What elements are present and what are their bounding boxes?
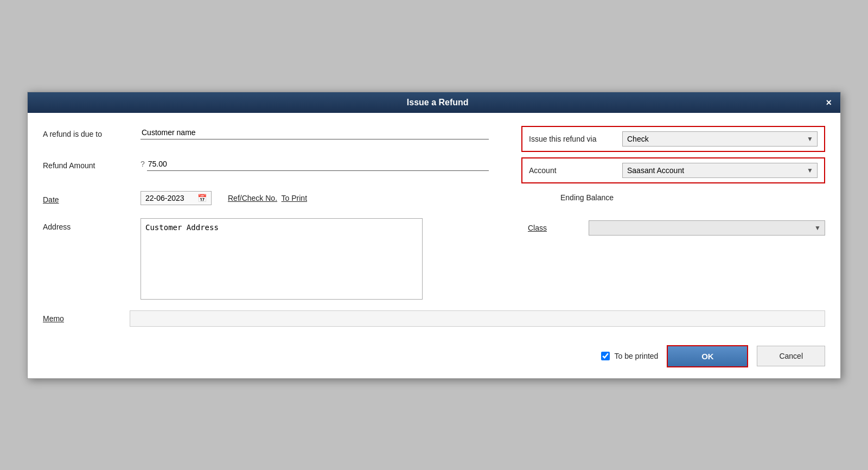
address-section: Address Class Class A Class B Class C ▼ (43, 218, 825, 300)
class-label: Class (528, 224, 582, 232)
class-select[interactable]: Class A Class B Class C (589, 220, 825, 236)
issue-refund-label: Issue this refund via (529, 135, 616, 143)
calendar-icon[interactable]: 📅 (197, 194, 207, 202)
refund-amount-input[interactable] (147, 157, 489, 171)
class-row: Class Class A Class B Class C ▼ (528, 220, 825, 236)
customer-name-field (141, 126, 489, 139)
date-input[interactable] (145, 194, 194, 202)
memo-row: Memo (43, 310, 825, 327)
top-section: A refund is due to Issue this refund via… (43, 126, 825, 152)
to-be-printed-checkbox-label[interactable]: To be printed (601, 352, 658, 360)
account-label: Account (529, 166, 616, 175)
issue-refund-box: Issue this refund via Check Credit Card … (521, 126, 825, 152)
to-be-printed-label: To be printed (614, 352, 658, 360)
second-section: Refund Amount ? Account Saasant Account … (43, 157, 825, 183)
account-select-wrapper: Saasant Account Main Account Secondary A… (622, 163, 818, 178)
ending-balance-section: Ending Balance (521, 191, 825, 202)
issue-refund-dialog: Issue a Refund × A refund is due to Issu… (27, 92, 841, 379)
ref-check-label: Ref/Check No. To Print (228, 194, 307, 202)
refund-amount-label: Refund Amount (43, 158, 130, 170)
address-textarea[interactable] (141, 218, 423, 300)
bottom-row: To be printed OK Cancel (43, 340, 825, 367)
refund-due-label: A refund is due to (43, 126, 130, 138)
account-select[interactable]: Saasant Account Main Account Secondary A… (622, 163, 818, 178)
refund-amount-prefix: ? (141, 160, 145, 168)
issue-refund-select-wrapper: Check Credit Card Cash Bank Transfer ▼ (622, 131, 818, 147)
address-label: Address (43, 218, 130, 231)
title-bar: Issue a Refund × (28, 92, 840, 113)
refund-amount-field: ? (141, 157, 489, 171)
refund-amount-row: Refund Amount ? (43, 157, 521, 171)
date-row-left: Date 📅 Ref/Check No. To Print (43, 191, 521, 205)
issue-refund-select[interactable]: Check Credit Card Cash Bank Transfer (622, 131, 818, 147)
close-button[interactable]: × (826, 98, 832, 107)
address-row: Address (43, 218, 521, 300)
date-label: Date (43, 192, 130, 204)
account-box: Account Saasant Account Main Account Sec… (521, 157, 825, 183)
dialog-body: A refund is due to Issue this refund via… (28, 113, 840, 378)
cancel-button[interactable]: Cancel (757, 346, 825, 366)
class-section: Class Class A Class B Class C ▼ (521, 218, 825, 236)
date-field: 📅 Ref/Check No. To Print (141, 191, 307, 205)
memo-label: Memo (43, 314, 119, 323)
customer-name-input[interactable] (141, 126, 489, 139)
date-section: Date 📅 Ref/Check No. To Print Ending Bal… (43, 191, 825, 205)
ending-balance-label: Ending Balance (560, 191, 614, 202)
dialog-title: Issue a Refund (49, 98, 826, 107)
refund-due-row: A refund is due to (43, 126, 521, 139)
memo-input[interactable] (130, 310, 825, 327)
date-input-wrapper: 📅 (141, 191, 212, 205)
class-select-wrapper: Class A Class B Class C ▼ (589, 220, 825, 236)
to-be-printed-checkbox[interactable] (601, 352, 610, 360)
ok-button[interactable]: OK (667, 345, 748, 367)
